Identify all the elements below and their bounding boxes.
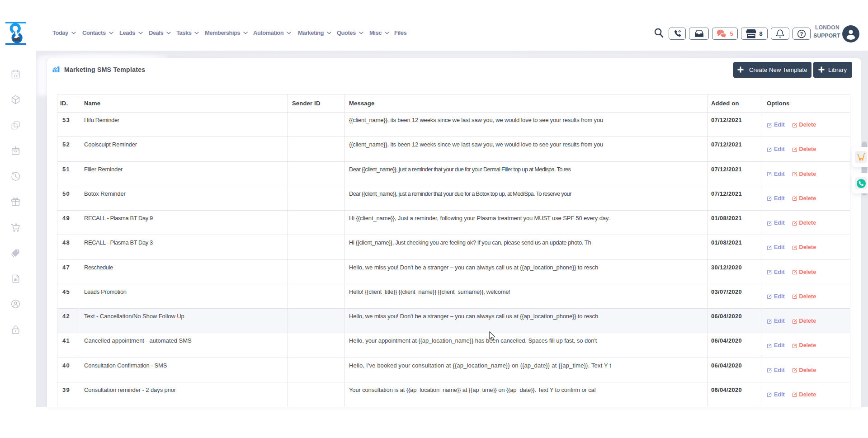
svg-text:?: ? <box>800 31 803 37</box>
svg-text:12: 12 <box>14 74 18 78</box>
